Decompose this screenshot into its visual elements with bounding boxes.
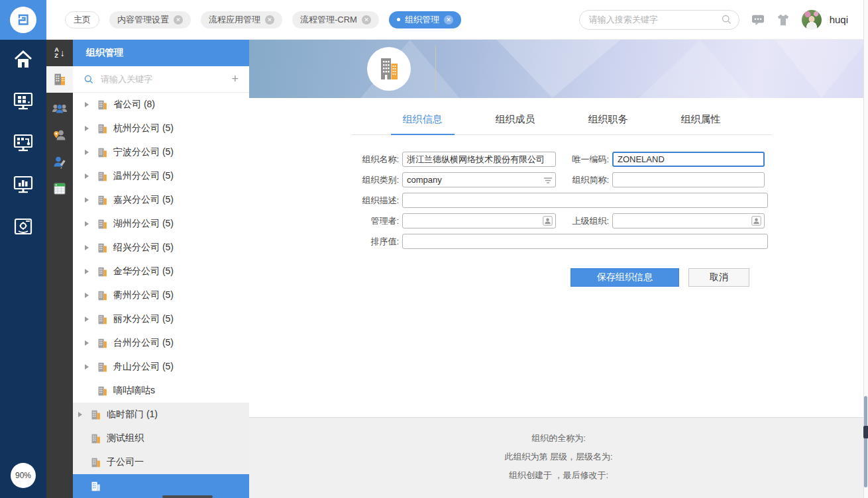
expand-arrow-icon[interactable] (85, 197, 97, 203)
toolstrip-user-group[interactable] (46, 96, 73, 123)
expand-arrow-icon[interactable] (85, 102, 97, 107)
sidebar-item-workflow[interactable] (0, 132, 46, 154)
person-picker-icon[interactable] (543, 216, 553, 226)
expand-arrow-icon[interactable] (85, 150, 97, 155)
expand-arrow-icon[interactable] (85, 293, 97, 298)
sidebar-item-apps[interactable] (0, 91, 46, 112)
detail-tab[interactable]: 组织信息 (391, 112, 455, 135)
add-organization-button[interactable]: + (231, 72, 239, 86)
tree-item-label: 宁波分公司 (5) (113, 146, 174, 158)
tree-item-label: 绍兴分公司 (5) (113, 242, 174, 254)
global-search-input[interactable] (589, 15, 721, 25)
org-name-field[interactable] (402, 152, 556, 167)
zoom-level-badge[interactable]: 90% (11, 463, 36, 488)
topbar-tab[interactable]: 主页 (65, 11, 99, 28)
save-org-info-button[interactable]: 保存组织信息 (570, 268, 679, 287)
tree-item[interactable]: 临时部门 (1) (73, 403, 249, 426)
banner-divider (435, 46, 436, 92)
building-icon (90, 433, 101, 444)
user-avatar[interactable] (802, 10, 822, 30)
logo-circle (10, 7, 36, 33)
sort-value-field[interactable] (402, 234, 768, 249)
theme-shirt-icon[interactable] (777, 14, 790, 26)
expand-arrow-icon[interactable] (85, 317, 97, 322)
tree-item[interactable]: 杭州分公司 (5) (73, 117, 249, 140)
building-icon (97, 147, 108, 158)
sidebar-item-reports[interactable] (0, 174, 46, 195)
close-tab-icon[interactable]: ✕ (265, 15, 274, 25)
tree-panel-title: 组织管理 (73, 40, 249, 66)
expand-arrow-icon[interactable] (85, 340, 97, 346)
detail-tab[interactable]: 组织成员 (484, 112, 547, 134)
app-logo[interactable] (0, 0, 46, 40)
toolstrip-organization[interactable] (46, 66, 73, 93)
org-code-field[interactable] (612, 152, 765, 167)
manager-field[interactable] (402, 213, 556, 228)
home-icon (13, 50, 34, 70)
tree-item[interactable]: 丽水分公司 (5) (73, 307, 249, 331)
sidebar-item-home[interactable] (0, 49, 46, 70)
messages-icon[interactable] (751, 14, 765, 26)
org-desc-field[interactable] (402, 193, 768, 208)
user-name[interactable]: huqi (830, 14, 848, 25)
tree-item[interactable]: 省公司 (8) (73, 93, 249, 117)
tree-item[interactable]: 舟山分公司 (5) (73, 355, 249, 379)
tree-item-label: 嘉兴分公司 (5) (113, 194, 174, 206)
page-scrollbar[interactable] (863, 0, 868, 498)
topbar-tab[interactable]: 流程应用管理✕ (201, 11, 282, 28)
organization-icon (53, 73, 66, 86)
topbar-right: huqi (579, 10, 848, 30)
expand-arrow-icon[interactable] (85, 364, 97, 370)
tree-item[interactable]: 嘀咕嘀咕s (73, 379, 249, 403)
org-type-field[interactable] (402, 172, 556, 187)
tree-item[interactable]: 衢州分公司 (5) (73, 283, 249, 307)
scrollbar-thumb[interactable] (864, 396, 867, 487)
expand-arrow-icon[interactable] (85, 126, 97, 131)
toolstrip-user-location[interactable] (46, 123, 73, 149)
tree-search-input[interactable] (101, 74, 225, 84)
expand-arrow-icon[interactable] (85, 269, 97, 274)
tree-search-bar[interactable]: + (73, 66, 249, 93)
detail-tab[interactable]: 组织职务 (576, 112, 640, 134)
primary-sidebar: 90% (0, 40, 46, 498)
tree-item[interactable]: 嘉兴分公司 (5) (73, 188, 249, 212)
tree-item[interactable]: 台州分公司 (5) (73, 331, 249, 355)
person-picker-icon[interactable] (751, 216, 761, 226)
sidebar-item-settings[interactable] (0, 216, 46, 237)
detail-tab[interactable]: 组织属性 (669, 112, 733, 134)
expand-arrow-icon[interactable] (85, 221, 97, 226)
topbar-tab[interactable]: 组织管理✕ (389, 11, 461, 28)
building-icon (97, 290, 108, 301)
org-short-field[interactable] (612, 172, 765, 187)
parent-org-field[interactable] (612, 213, 765, 228)
global-search[interactable] (579, 10, 739, 30)
scrollbar-dark-marker[interactable] (863, 426, 868, 438)
cancel-button[interactable]: 取消 (688, 268, 749, 287)
tree-item[interactable]: 温州分公司 (5) (73, 164, 249, 188)
tree-item[interactable]: 金华分公司 (5) (73, 260, 249, 283)
tree-item-label: 衢州分公司 (5) (113, 289, 174, 301)
tree-item[interactable]: 测试组织 (73, 426, 249, 450)
topbar-tab[interactable]: 内容管理设置✕ (109, 11, 191, 28)
search-icon[interactable] (721, 14, 732, 25)
tree-item[interactable] (73, 474, 249, 498)
toolstrip-spreadsheet[interactable] (46, 175, 73, 202)
building-icon (97, 385, 108, 397)
expand-arrow-icon[interactable] (85, 174, 97, 179)
tree-item[interactable]: 宁波分公司 (5) (73, 140, 249, 164)
tree-item[interactable]: 湖州分公司 (5) (73, 212, 249, 236)
tree-item[interactable]: 绍兴分公司 (5) (73, 236, 249, 260)
tree-hscrollbar-thumb[interactable] (162, 495, 213, 498)
expand-arrow-icon[interactable] (85, 245, 97, 250)
tree-item[interactable]: 子公司一 (73, 450, 249, 474)
close-tab-icon[interactable]: ✕ (362, 15, 371, 25)
close-tab-icon[interactable]: ✕ (444, 15, 453, 25)
close-tab-icon[interactable]: ✕ (174, 15, 183, 25)
tree-item-label: 温州分公司 (5) (113, 170, 174, 182)
topbar-tab[interactable]: 流程管理-CRM✕ (292, 11, 379, 28)
tree-search-icon[interactable] (83, 74, 94, 85)
expand-arrow-icon[interactable] (78, 412, 90, 417)
toolstrip-sort-az[interactable]: AZ↓ (46, 40, 73, 66)
dropdown-lines-icon[interactable] (543, 176, 553, 184)
toolstrip-user-edit[interactable] (46, 149, 73, 175)
